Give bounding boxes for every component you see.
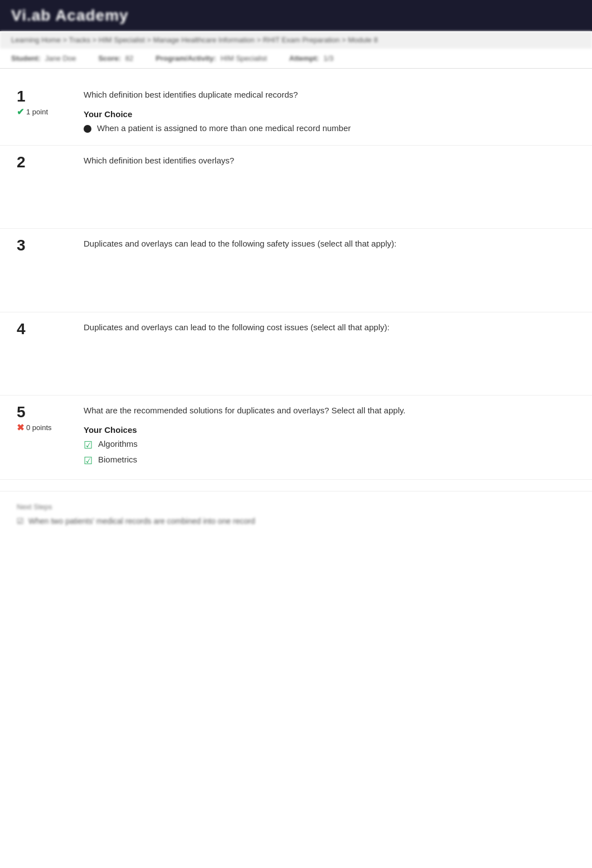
your-choice-label-5: Your Choices	[84, 425, 575, 435]
question-status-1: ✔1 point	[17, 107, 48, 117]
question-body-1: Which definition best identifies duplica…	[84, 89, 575, 136]
meta-bar: Student: Jane Doe Score: 82 Program/Acti…	[0, 49, 592, 69]
nav-bar: Learning Home > Tracks > HIM Specialist …	[0, 31, 592, 49]
choice-item-1-0: When a patient is assigned to more than …	[84, 123, 575, 133]
attempt-value: 1/3	[323, 54, 333, 62]
attempt-meta: Attempt: 1/3	[289, 54, 334, 62]
check-icon: ✔	[17, 107, 24, 117]
student-meta: Student: Jane Doe	[11, 54, 76, 62]
question-block-3: 3Duplicates and overlays can lead to the…	[0, 229, 592, 312]
footer-section: Next Steps ☑ When two patients' medical …	[0, 491, 592, 537]
question-text-1: Which definition best identifies duplica…	[84, 89, 575, 102]
attempt-label: Attempt:	[289, 54, 319, 62]
empty-choices-3	[84, 258, 575, 303]
question-number-1: 1	[17, 89, 26, 104]
question-number-col-1: 1✔1 point	[17, 89, 72, 136]
question-body-4: Duplicates and overlays can lead to the …	[84, 321, 575, 387]
score-label: Score:	[98, 54, 120, 62]
footer-choice-text: When two patients' medical records are c…	[28, 517, 255, 525]
question-text-2: Which definition best identifies overlay…	[84, 155, 575, 167]
question-status-5: ✖0 points	[17, 422, 52, 433]
points-label-1: 1 point	[26, 108, 48, 116]
score-value: 82	[125, 54, 133, 62]
question-number-col-2: 2	[17, 155, 72, 220]
empty-choices-2	[84, 175, 575, 219]
question-number-3: 3	[17, 238, 26, 253]
checkbox-checked-icon: ☑	[84, 439, 93, 451]
x-icon: ✖	[17, 422, 24, 433]
question-block-4: 4Duplicates and overlays can lead to the…	[0, 312, 592, 396]
program-value: HIM Specialist	[221, 54, 267, 62]
footer-nav-label: Next Steps	[17, 503, 52, 511]
student-label: Student:	[11, 54, 41, 62]
choice-text-5-0: Algorithms	[98, 439, 138, 449]
program-label: Program/Activity:	[156, 54, 216, 62]
question-text-4: Duplicates and overlays can lead to the …	[84, 321, 575, 334]
question-number-2: 2	[17, 155, 26, 170]
checkbox-checked-icon: ☑	[84, 455, 93, 467]
question-block-5: 5✖0 pointsWhat are the recommended solut…	[0, 396, 592, 480]
question-body-2: Which definition best identifies overlay…	[84, 155, 575, 220]
footer-correct-answer: ☑ When two patients' medical records are…	[17, 517, 575, 525]
question-block-2: 2Which definition best identifies overla…	[0, 146, 592, 229]
breadcrumb: Learning Home > Tracks > HIM Specialist …	[11, 36, 378, 44]
choice-text-1-0: When a patient is assigned to more than …	[97, 123, 351, 133]
question-number-col-3: 3	[17, 238, 72, 303]
choice-item-5-0: ☑Algorithms	[84, 439, 575, 451]
question-number-4: 4	[17, 321, 26, 337]
question-body-3: Duplicates and overlays can lead to the …	[84, 238, 575, 303]
bullet-icon	[84, 125, 91, 133]
footer-nav: Next Steps	[17, 503, 575, 511]
checkbox-icon: ☑	[17, 517, 24, 525]
program-meta: Program/Activity: HIM Specialist	[156, 54, 266, 62]
question-body-5: What are the recommended solutions for d…	[84, 404, 575, 470]
question-number-col-4: 4	[17, 321, 72, 387]
question-text-3: Duplicates and overlays can lead to the …	[84, 238, 575, 250]
student-value: Jane Doe	[45, 54, 76, 62]
site-logo: Vi.ab Academy	[11, 7, 129, 25]
your-choice-label-1: Your Choice	[84, 109, 575, 119]
choice-text-5-1: Biometrics	[98, 455, 137, 464]
points-label-5: 0 points	[26, 423, 52, 432]
score-meta: Score: 82	[98, 54, 133, 62]
empty-choices-4	[84, 341, 575, 386]
header-bar: Vi.ab Academy	[0, 0, 592, 31]
question-block-1: 1✔1 pointWhich definition best identifie…	[0, 80, 592, 146]
question-number-5: 5	[17, 404, 26, 420]
content-area: 1✔1 pointWhich definition best identifie…	[0, 69, 592, 491]
choice-item-5-1: ☑Biometrics	[84, 455, 575, 467]
question-number-col-5: 5✖0 points	[17, 404, 72, 470]
question-text-5: What are the recommended solutions for d…	[84, 404, 575, 417]
